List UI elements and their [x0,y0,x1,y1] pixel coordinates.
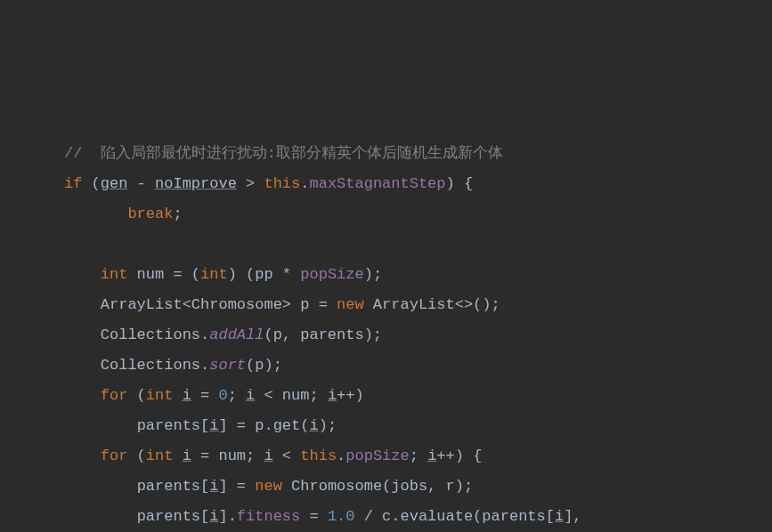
close-paren: ) { [446,175,474,192]
field-popSize: popSize [345,447,409,464]
lt: < [273,447,301,464]
inc: ++) { [436,447,482,464]
text: ]. [218,508,236,525]
end: ); [319,417,337,434]
text: ) (pp * [228,266,301,283]
method-addAll: addAll [209,326,264,343]
semi: ; [410,447,427,464]
text: parents[ [137,478,210,495]
inc: ++) [337,387,364,404]
var-i: i [246,387,255,404]
keyword-this: this [264,175,300,192]
var-i: i [427,447,436,464]
text: ] = [218,478,255,495]
text: num = ( [127,266,200,283]
var-i: i [309,417,318,434]
paren: ( [82,175,100,192]
keyword-new: new [337,296,364,313]
method-sort: sort [209,357,246,374]
semi: ; [228,387,246,404]
text: ] = p.get( [218,417,309,434]
var-noImprove: noImprove [155,175,237,192]
num-one: 1.0 [328,508,355,525]
var-i: i [264,447,272,464]
class-collections: Collections. [101,326,209,343]
type-arraylist: ArrayList<Chromosome> p = [101,296,337,313]
keyword-int: int [146,447,174,464]
var-i: i [209,417,218,434]
eq: = [191,387,219,404]
num-zero: 0 [218,387,227,404]
keyword-this: this [300,447,337,464]
var-i: i [209,478,218,495]
open: ( [127,447,145,464]
eq: = num; [191,447,264,464]
args: (p); [246,357,282,374]
keyword-int-cast: int [200,266,228,283]
var-i: i [183,447,191,464]
semi: ; [173,206,182,222]
code-editor[interactable]: // 陷入局部最优时进行扰动:取部分精英个体后随机生成新个体 if (gen -… [64,139,772,532]
var-i: i [183,387,191,404]
text: Chromosome(jobs, r); [282,478,473,495]
dot: . [300,175,309,192]
text: parents[ [137,417,210,434]
args: (p, parents); [264,326,382,343]
keyword-int: int [101,266,128,283]
field-popSize: popSize [300,266,363,283]
text: / c.evaluate(parents[ [355,508,555,525]
text: parents[ [137,508,210,525]
open: ( [127,387,145,404]
var-gen: gen [101,175,128,192]
dot: . [337,447,345,464]
keyword-new: new [255,478,282,495]
keyword-for: for [101,447,128,464]
op-gt: > [237,175,264,192]
code-comment: // 陷入局部最优时进行扰动:取部分精英个体后随机生成新个体 [64,145,503,162]
field-fitness: fitness [237,508,300,525]
close: ); [364,266,382,283]
keyword-if: if [64,175,82,192]
eq: = [300,508,328,525]
lt: < num; [255,387,328,404]
space [173,387,182,404]
var-i: i [555,508,564,525]
op-minus: - [127,175,155,192]
class-collections: Collections. [101,357,209,374]
keyword-break: break [127,206,173,222]
space [173,447,182,464]
keyword-int: int [146,387,174,404]
type-arraylist2: ArrayList<>(); [364,296,500,313]
var-i: i [209,508,218,525]
var-i: i [328,387,337,404]
field-maxStagnant: maxStagnantStep [309,175,445,192]
end: ], [564,508,581,525]
keyword-for: for [101,387,128,404]
